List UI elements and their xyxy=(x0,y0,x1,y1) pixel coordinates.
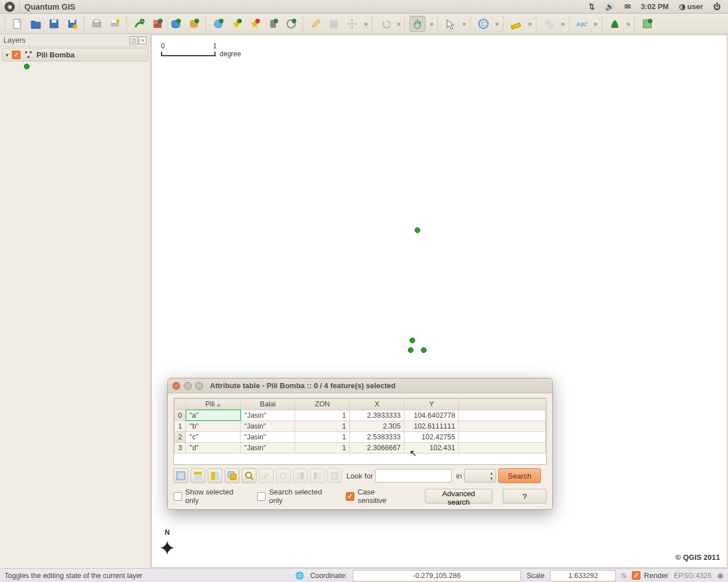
overflow-icon[interactable]: » xyxy=(461,20,467,28)
expand-icon[interactable]: ▾ xyxy=(6,52,9,58)
dialog-titlebar[interactable]: Attribute table - Pili Bomba :: 0 / 4 fe… xyxy=(168,379,552,393)
print-composer-button[interactable] xyxy=(89,16,105,32)
user-menu[interactable]: ◑ user xyxy=(676,2,706,11)
table-row[interactable]: 3 "d" "Jasin" 1 2.3066667 102.431 xyxy=(175,443,546,454)
overflow-icon[interactable]: » xyxy=(625,20,631,28)
column-header[interactable]: Balai xyxy=(241,399,295,410)
new-project-button[interactable] xyxy=(10,16,26,32)
advanced-search-button[interactable]: Advanced search xyxy=(425,489,493,504)
add-raster-button[interactable] xyxy=(150,16,166,32)
add-spatialite-button[interactable] xyxy=(186,16,202,32)
stop-render-icon[interactable]: ⦸ xyxy=(622,571,626,580)
copyright-label-button[interactable]: C xyxy=(475,16,491,32)
help-button[interactable]: ? xyxy=(503,489,547,504)
map-tips-button[interactable] xyxy=(541,16,557,32)
svg-text:C: C xyxy=(481,20,486,27)
close-panel-icon[interactable]: × xyxy=(139,36,147,44)
svg-rect-52 xyxy=(314,472,317,479)
composer-manager-button[interactable] xyxy=(107,16,123,32)
dock-undock-icon[interactable]: ◫ xyxy=(130,36,138,44)
legend-symbol-icon xyxy=(24,64,30,69)
identify-button[interactable] xyxy=(442,16,458,32)
map-point[interactable] xyxy=(415,227,420,233)
labeling-button[interactable]: ᴀʙᴄ xyxy=(574,16,590,32)
table-row[interactable]: 0 "a" "Jasin" 1 2.3933333 104.6402778 xyxy=(175,410,546,421)
measure-button[interactable] xyxy=(508,16,524,32)
overflow-icon[interactable]: » xyxy=(428,20,434,28)
look-for-input[interactable] xyxy=(375,469,452,483)
table-row[interactable]: 1 "b" "Jasin" 1 2.305 102.6111111 xyxy=(175,421,546,432)
scale-field[interactable]: 1:633292 xyxy=(550,570,616,581)
map-point[interactable] xyxy=(410,338,415,343)
attribute-table[interactable]: Pili Balai ZON X Y 0 "a" "Jasin" 1 2.393… xyxy=(173,398,547,465)
overflow-icon[interactable]: » xyxy=(526,20,532,28)
save-project-button[interactable] xyxy=(46,16,62,32)
power-icon[interactable]: ⏻ xyxy=(710,2,723,11)
invert-selection-button[interactable] xyxy=(208,468,222,483)
save-as-button[interactable] xyxy=(64,16,80,32)
move-feature-button[interactable] xyxy=(344,16,360,32)
column-header[interactable]: Pili xyxy=(186,399,241,410)
svg-rect-41 xyxy=(211,472,215,480)
layer-row[interactable]: ▾ Pili Bomba xyxy=(2,48,148,61)
open-project-button[interactable] xyxy=(28,16,44,32)
remove-layer-button[interactable] xyxy=(247,16,263,32)
overflow-icon[interactable]: » xyxy=(559,20,565,28)
layer-visibility-checkbox[interactable] xyxy=(12,51,20,59)
map-point[interactable] xyxy=(421,347,427,353)
add-vector-button[interactable]: + xyxy=(131,16,147,32)
field-calculator-button[interactable] xyxy=(327,468,342,483)
toggle-extents-icon[interactable]: 🌐 xyxy=(295,571,304,580)
maximize-icon[interactable] xyxy=(195,382,203,390)
column-header[interactable]: ZON xyxy=(295,399,350,410)
case-sensitive-checkbox[interactable]: Case sensitive xyxy=(346,488,404,505)
crs-status-icon[interactable]: ◉ xyxy=(717,571,723,580)
clock[interactable]: 3:02 PM xyxy=(638,2,672,11)
dialog-options: Show selected only Search selected only … xyxy=(168,485,552,509)
overflow-icon[interactable]: » xyxy=(362,20,369,28)
network-icon[interactable]: ⇅ xyxy=(586,2,598,11)
search-button[interactable]: Search xyxy=(498,468,541,483)
toggle-editing-button[interactable] xyxy=(308,16,324,32)
close-icon[interactable] xyxy=(172,382,180,390)
delete-selected-button[interactable] xyxy=(276,468,291,483)
column-header[interactable]: X xyxy=(350,399,404,410)
dialog-toolbar: Look for in ▴▾ Search xyxy=(168,465,552,485)
sound-icon[interactable]: 🔊 xyxy=(602,2,617,11)
render-checkbox[interactable]: Render xyxy=(632,571,668,580)
grass-tools-button[interactable] xyxy=(607,16,623,32)
column-header[interactable]: Y xyxy=(404,399,459,410)
minimize-icon[interactable] xyxy=(184,382,192,390)
add-gps-button[interactable] xyxy=(265,16,281,32)
ubuntu-logo-icon[interactable]: ◉ xyxy=(5,2,15,12)
crs-label[interactable]: EPSG:4326 xyxy=(674,572,712,580)
coordinate-field[interactable]: -0.279,105.286 xyxy=(353,570,521,581)
add-wms-button[interactable] xyxy=(210,16,226,32)
table-row[interactable]: 2 "c" "Jasin" 1 2.5383333 102.42755 xyxy=(175,432,546,443)
toggle-editing-button[interactable] xyxy=(259,468,274,483)
look-in-dropdown[interactable]: ▴▾ xyxy=(464,469,496,483)
osm-button[interactable] xyxy=(639,16,655,32)
map-point[interactable] xyxy=(408,347,413,353)
undo-button[interactable] xyxy=(377,16,393,32)
mail-icon[interactable]: ✉ xyxy=(622,2,634,11)
add-delimited-button[interactable] xyxy=(283,16,299,32)
new-shapefile-button[interactable] xyxy=(229,16,245,32)
search-selected-checkbox[interactable]: Search selected only xyxy=(257,488,336,505)
overflow-icon[interactable]: » xyxy=(395,20,402,28)
unselect-all-button[interactable] xyxy=(173,468,188,483)
attribute-table-dialog: Attribute table - Pili Bomba :: 0 / 4 fe… xyxy=(167,378,553,510)
move-top-button[interactable] xyxy=(191,468,205,483)
overflow-icon[interactable]: » xyxy=(592,20,598,28)
delete-column-button[interactable] xyxy=(310,468,325,483)
overflow-icon[interactable]: » xyxy=(494,20,500,28)
svg-point-19 xyxy=(195,19,199,23)
zoom-to-selected-button[interactable] xyxy=(242,468,257,483)
pan-button[interactable] xyxy=(410,16,425,32)
copy-selected-button[interactable] xyxy=(225,468,239,483)
new-column-button[interactable] xyxy=(293,468,308,483)
show-selected-checkbox[interactable]: Show selected only xyxy=(173,488,247,505)
save-edits-button[interactable] xyxy=(326,16,342,32)
add-postgis-button[interactable] xyxy=(168,16,184,32)
scale-bar: 0 1 degree xyxy=(161,42,241,58)
